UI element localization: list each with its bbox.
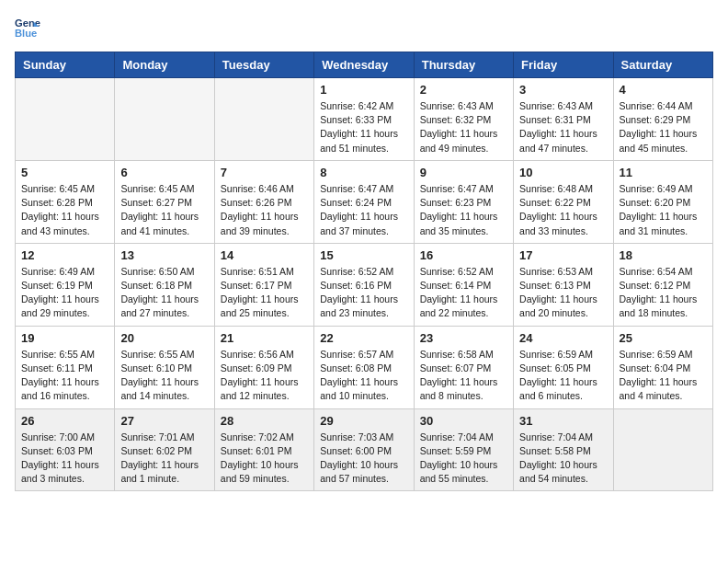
calendar-cell: 2Sunrise: 6:43 AM Sunset: 6:32 PM Daylig… [414,78,513,161]
cell-info: Sunrise: 6:49 AM Sunset: 6:20 PM Dayligh… [620,182,707,238]
calendar-cell: 19Sunrise: 6:55 AM Sunset: 6:11 PM Dayli… [16,326,115,408]
calendar-header-row: SundayMondayTuesdayWednesdayThursdayFrid… [16,52,713,78]
cell-info: Sunrise: 6:59 AM Sunset: 6:04 PM Dayligh… [620,348,707,404]
calendar-cell: 1Sunrise: 6:42 AM Sunset: 6:33 PM Daylig… [314,78,414,161]
day-number: 18 [620,248,707,262]
day-number: 20 [120,331,208,345]
day-number: 25 [620,331,707,345]
calendar-cell: 27Sunrise: 7:01 AM Sunset: 6:02 PM Dayli… [115,408,214,491]
calendar-cell: 4Sunrise: 6:44 AM Sunset: 6:29 PM Daylig… [613,78,712,161]
day-number: 24 [519,331,607,345]
day-of-week-header: Thursday [414,52,513,78]
cell-info: Sunrise: 6:55 AM Sunset: 6:11 PM Dayligh… [21,348,108,404]
day-number: 27 [120,414,208,428]
cell-info: Sunrise: 6:43 AM Sunset: 6:31 PM Dayligh… [519,99,607,155]
cell-info: Sunrise: 7:00 AM Sunset: 6:03 PM Dayligh… [21,431,108,487]
day-number: 21 [221,331,308,345]
cell-info: Sunrise: 6:47 AM Sunset: 6:24 PM Dayligh… [320,182,407,238]
calendar-cell [214,78,313,161]
page-header: General Blue [15,15,713,40]
cell-info: Sunrise: 7:01 AM Sunset: 6:02 PM Dayligh… [120,431,208,487]
day-number: 12 [21,248,108,262]
cell-info: Sunrise: 7:04 AM Sunset: 5:58 PM Dayligh… [519,431,607,487]
day-number: 29 [320,414,407,428]
day-number: 17 [519,248,607,262]
day-of-week-header: Wednesday [314,52,414,78]
day-of-week-header: Monday [115,52,214,78]
day-number: 31 [519,414,607,428]
day-number: 11 [620,166,707,179]
day-number: 3 [519,83,607,97]
calendar-cell: 10Sunrise: 6:48 AM Sunset: 6:22 PM Dayli… [514,160,613,243]
cell-info: Sunrise: 6:44 AM Sunset: 6:29 PM Dayligh… [620,99,707,155]
calendar-table: SundayMondayTuesdayWednesdayThursdayFrid… [15,52,713,491]
calendar-cell [115,78,214,161]
calendar-cell: 30Sunrise: 7:04 AM Sunset: 5:59 PM Dayli… [414,408,513,491]
cell-info: Sunrise: 6:58 AM Sunset: 6:07 PM Dayligh… [420,348,507,404]
day-of-week-header: Friday [514,52,613,78]
day-number: 28 [221,414,308,428]
calendar-cell: 29Sunrise: 7:03 AM Sunset: 6:00 PM Dayli… [314,408,414,491]
cell-info: Sunrise: 6:48 AM Sunset: 6:22 PM Dayligh… [519,182,607,238]
day-number: 9 [420,166,507,179]
day-of-week-header: Tuesday [214,52,313,78]
calendar-cell: 23Sunrise: 6:58 AM Sunset: 6:07 PM Dayli… [414,326,513,408]
calendar-cell: 7Sunrise: 6:46 AM Sunset: 6:26 PM Daylig… [214,160,313,243]
cell-info: Sunrise: 6:52 AM Sunset: 6:14 PM Dayligh… [420,265,507,321]
calendar-week-row: 12Sunrise: 6:49 AM Sunset: 6:19 PM Dayli… [16,243,713,326]
day-number: 16 [420,248,507,262]
calendar-week-row: 5Sunrise: 6:45 AM Sunset: 6:28 PM Daylig… [16,160,713,243]
day-number: 6 [120,166,208,179]
day-number: 22 [320,331,407,345]
cell-info: Sunrise: 6:56 AM Sunset: 6:09 PM Dayligh… [221,348,308,404]
day-number: 13 [120,248,208,262]
cell-info: Sunrise: 6:50 AM Sunset: 6:18 PM Dayligh… [120,265,208,321]
calendar-cell: 16Sunrise: 6:52 AM Sunset: 6:14 PM Dayli… [414,243,513,326]
calendar-cell: 17Sunrise: 6:53 AM Sunset: 6:13 PM Dayli… [514,243,613,326]
cell-info: Sunrise: 6:52 AM Sunset: 6:16 PM Dayligh… [320,265,407,321]
calendar-cell: 9Sunrise: 6:47 AM Sunset: 6:23 PM Daylig… [414,160,513,243]
calendar-cell: 8Sunrise: 6:47 AM Sunset: 6:24 PM Daylig… [314,160,414,243]
calendar-cell: 24Sunrise: 6:59 AM Sunset: 6:05 PM Dayli… [514,326,613,408]
calendar-cell: 22Sunrise: 6:57 AM Sunset: 6:08 PM Dayli… [314,326,414,408]
calendar-week-row: 19Sunrise: 6:55 AM Sunset: 6:11 PM Dayli… [16,326,713,408]
day-number: 7 [221,166,308,179]
day-number: 23 [420,331,507,345]
cell-info: Sunrise: 6:47 AM Sunset: 6:23 PM Dayligh… [420,182,507,238]
day-of-week-header: Sunday [16,52,115,78]
day-number: 15 [320,248,407,262]
calendar-cell [613,408,712,491]
day-number: 2 [420,83,507,97]
calendar-cell: 12Sunrise: 6:49 AM Sunset: 6:19 PM Dayli… [16,243,115,326]
calendar-cell: 26Sunrise: 7:00 AM Sunset: 6:03 PM Dayli… [16,408,115,491]
cell-info: Sunrise: 6:53 AM Sunset: 6:13 PM Dayligh… [519,265,607,321]
calendar-cell: 13Sunrise: 6:50 AM Sunset: 6:18 PM Dayli… [115,243,214,326]
calendar-cell: 18Sunrise: 6:54 AM Sunset: 6:12 PM Dayli… [613,243,712,326]
day-number: 26 [21,414,108,428]
cell-info: Sunrise: 6:51 AM Sunset: 6:17 PM Dayligh… [221,265,308,321]
day-number: 8 [320,166,407,179]
calendar-cell: 11Sunrise: 6:49 AM Sunset: 6:20 PM Dayli… [613,160,712,243]
cell-info: Sunrise: 6:45 AM Sunset: 6:27 PM Dayligh… [120,182,208,238]
cell-info: Sunrise: 6:57 AM Sunset: 6:08 PM Dayligh… [320,348,407,404]
cell-info: Sunrise: 6:55 AM Sunset: 6:10 PM Dayligh… [120,348,208,404]
cell-info: Sunrise: 6:49 AM Sunset: 6:19 PM Dayligh… [21,265,108,321]
cell-info: Sunrise: 7:03 AM Sunset: 6:00 PM Dayligh… [320,431,407,487]
calendar-cell: 20Sunrise: 6:55 AM Sunset: 6:10 PM Dayli… [115,326,214,408]
day-number: 30 [420,414,507,428]
calendar-cell: 6Sunrise: 6:45 AM Sunset: 6:27 PM Daylig… [115,160,214,243]
calendar-week-row: 26Sunrise: 7:00 AM Sunset: 6:03 PM Dayli… [16,408,713,491]
day-number: 10 [519,166,607,179]
logo-icon: General Blue [15,15,40,40]
cell-info: Sunrise: 7:04 AM Sunset: 5:59 PM Dayligh… [420,431,507,487]
day-number: 14 [221,248,308,262]
calendar-week-row: 1Sunrise: 6:42 AM Sunset: 6:33 PM Daylig… [16,78,713,161]
cell-info: Sunrise: 6:54 AM Sunset: 6:12 PM Dayligh… [620,265,707,321]
calendar-cell: 14Sunrise: 6:51 AM Sunset: 6:17 PM Dayli… [214,243,313,326]
svg-text:General: General [15,17,40,29]
svg-text:Blue: Blue [15,28,37,39]
day-number: 4 [620,83,707,97]
cell-info: Sunrise: 6:59 AM Sunset: 6:05 PM Dayligh… [519,348,607,404]
calendar-cell: 15Sunrise: 6:52 AM Sunset: 6:16 PM Dayli… [314,243,414,326]
calendar-cell [16,78,115,161]
